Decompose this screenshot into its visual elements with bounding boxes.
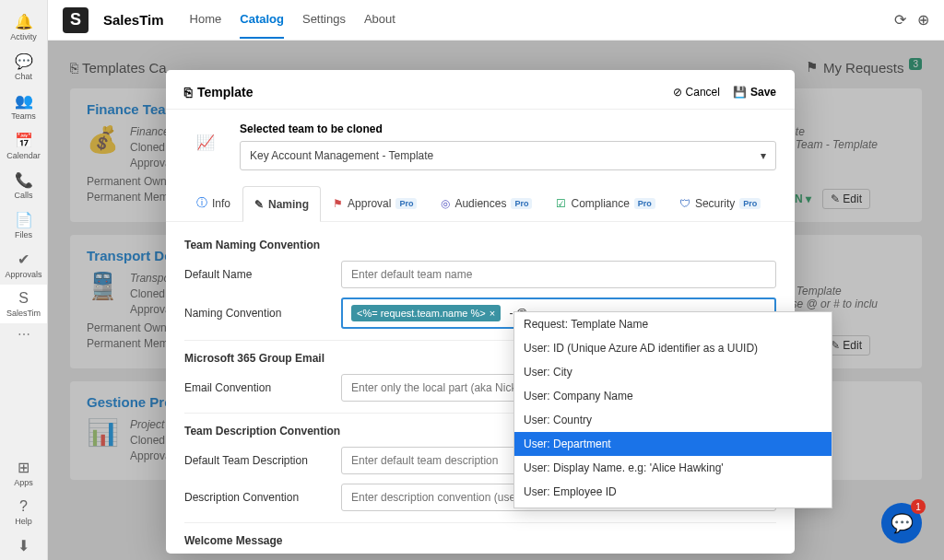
navtab-settings[interactable]: Settings (302, 1, 346, 39)
sidebar-item-activity[interactable]: 🔔Activity (0, 7, 47, 47)
field-label: Default Team Description (184, 454, 341, 467)
default-name-input[interactable] (341, 261, 776, 288)
suggestion-item[interactable]: User: Department (514, 432, 832, 456)
navtab-about[interactable]: About (364, 1, 395, 39)
topbar: S SalesTim Home Catalog Settings About ⟳… (48, 0, 944, 41)
refresh-icon[interactable]: ⟳ (894, 11, 906, 29)
calendar-icon: 📅 (15, 132, 33, 149)
teams-icon: 👥 (15, 92, 33, 110)
chat-icon: 💬 (15, 52, 33, 70)
chat-notification-badge: 1 (911, 499, 926, 514)
sidebar-item-teams[interactable]: 👥Teams (0, 87, 47, 126)
navtab-catalog[interactable]: Catalog (240, 1, 284, 39)
suggestion-dropdown[interactable]: Request: Template NameUser: ID (Unique A… (513, 311, 832, 508)
field-label: Default Name (184, 268, 341, 281)
suggestion-item[interactable]: Request: Template Name (514, 312, 832, 336)
expression-token[interactable]: <%= request.team.name %> × (351, 305, 501, 321)
modal-title: ⎘ Template (184, 85, 253, 99)
globe-icon[interactable]: ⊕ (917, 11, 929, 29)
modal-tabs: ⓘInfo ✎Naming ⚑ApprovalPro ◎AudiencesPro… (166, 185, 795, 222)
files-icon: 📄 (15, 211, 33, 228)
remove-token-icon[interactable]: × (490, 308, 495, 319)
sidebar-item-files[interactable]: 📄Files (0, 205, 47, 245)
template-thumbnail: 📈 (184, 122, 227, 161)
apps-icon: ⊞ (18, 459, 30, 476)
save-button[interactable]: 💾 Save (733, 86, 776, 99)
logo: S (63, 7, 88, 33)
field-label: Email Convention (184, 381, 341, 394)
app-sidebar: 🔔Activity 💬Chat 👥Teams 📅Calendar 📞Calls … (0, 0, 48, 560)
field-label: Description Convention (184, 491, 341, 504)
help-icon: ? (19, 498, 28, 515)
tab-audiences[interactable]: ◎AudiencesPro (429, 185, 544, 221)
brand-name: SalesTim (103, 12, 164, 28)
suggestion-item[interactable]: User: Employee ID (514, 480, 832, 504)
tab-compliance[interactable]: ☑CompliancePro (544, 185, 667, 221)
approvals-icon: ✔ (18, 251, 30, 268)
field-label: Naming Convention (184, 307, 341, 320)
tab-approval[interactable]: ⚑ApprovalPro (321, 185, 429, 221)
chat-widget[interactable]: 💬1 (881, 503, 922, 543)
section-heading: Team Naming Convention (184, 239, 776, 251)
sidebar-item-approvals[interactable]: ✔Approvals (0, 245, 47, 285)
cancel-button[interactable]: ⊘ Cancel (673, 86, 720, 99)
suggestion-item[interactable]: User: Display Name. e.g: 'Alice Hawking' (514, 456, 832, 480)
sidebar-item-download[interactable]: ⬇ (0, 531, 47, 560)
clone-team-select[interactable]: Key Account Management - Template▾ (240, 141, 776, 170)
sidebar-item-calls[interactable]: 📞Calls (0, 166, 47, 205)
suggestion-item[interactable]: User: Given Name (514, 504, 832, 508)
tab-info[interactable]: ⓘInfo (184, 185, 242, 221)
suggestion-item[interactable]: User: Country (514, 408, 832, 432)
sidebar-item-apps[interactable]: ⊞Apps (0, 453, 47, 493)
clone-label: Selected team to be cloned (240, 122, 776, 135)
download-icon: ⬇ (18, 537, 30, 554)
sidebar-item-calendar[interactable]: 📅Calendar (0, 126, 47, 166)
chevron-down-icon: ▾ (761, 149, 766, 162)
sidebar-item-help[interactable]: ?Help (0, 493, 47, 531)
navtab-home[interactable]: Home (190, 1, 222, 39)
suggestion-item[interactable]: User: City (514, 360, 832, 384)
tab-naming[interactable]: ✎Naming (242, 186, 321, 222)
tab-security[interactable]: 🛡SecurityPro (667, 185, 773, 221)
bell-icon: 🔔 (15, 13, 33, 30)
sidebar-item-chat[interactable]: 💬Chat (0, 47, 47, 87)
section-heading: Welcome Message (184, 534, 776, 547)
suggestion-item[interactable]: User: Company Name (514, 384, 832, 408)
salestim-icon: S (18, 290, 29, 307)
sidebar-item-salestim[interactable]: SSalesTim (0, 285, 47, 323)
suggestion-item[interactable]: User: ID (Unique Azure AD identifier as … (514, 336, 832, 360)
calls-icon: 📞 (15, 171, 33, 189)
